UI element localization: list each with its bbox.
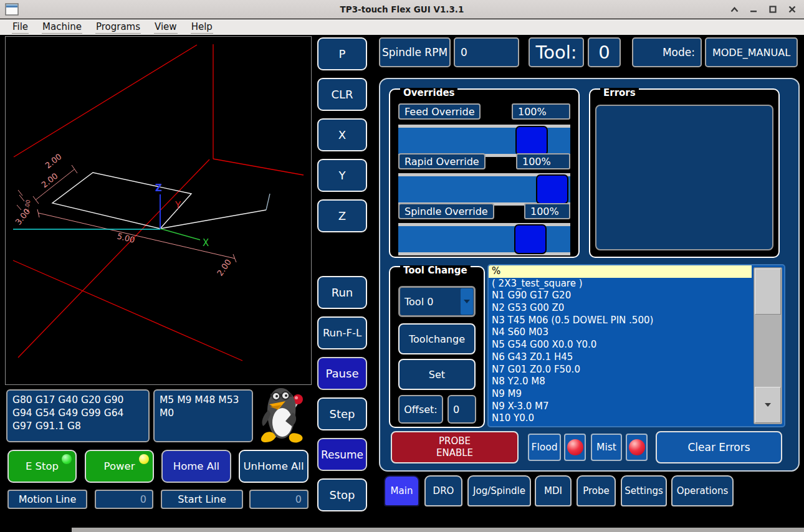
gcode-line[interactable]: N7 G01 Z0.0 F50.0 [489,364,752,376]
spindle-rpm-label-box: Spindle RPM [379,37,451,67]
stop-label: Stop [330,488,355,501]
tab-main[interactable]: Main [384,475,419,506]
gcode-line[interactable]: N4 S60 M03 [489,326,752,339]
tool-set-button[interactable]: Set [398,359,476,390]
gcode-line[interactable]: N9 M9 [489,388,752,401]
estop-button[interactable]: E Stop [7,450,77,483]
unhome-all-button[interactable]: UnHome All [239,450,309,483]
mist-button[interactable]: Mist [591,434,622,461]
maximize-window-icon[interactable] [766,2,780,16]
gcode-line[interactable]: N5 G54 G00 X0.0 Y0.0 [489,339,752,351]
rapid-override-label-box: Rapid Override [398,153,486,169]
jog-clr-button[interactable]: CLR [317,78,367,111]
spindle-rpm-value-box: 0 [454,37,519,67]
spindle-override-slider[interactable] [398,223,570,255]
spindle-override-slider-handle[interactable] [514,224,547,254]
motion-line-value-box: 0 [95,490,153,509]
toolpath-plot: 2.00 2.00 3.00 5.00 2.00 2.00 X Y Z [6,37,311,384]
jog-z-label: Z [338,209,346,222]
close-window-icon[interactable] [785,2,799,16]
mist-label: Mist [596,442,616,453]
clear-errors-button[interactable]: Clear Errors [656,431,782,463]
x-axis-label: X [203,237,209,249]
feed-override-slider[interactable] [398,125,570,157]
jog-p-button[interactable]: P [317,37,367,70]
tool-offset-value-box: 0 [447,395,476,424]
estop-label: E Stop [26,460,59,472]
minimize-window-icon[interactable] [747,2,760,16]
gcode-scrollbar[interactable] [754,267,782,424]
menu-item-help[interactable]: Help [191,21,213,34]
resume-button[interactable]: Resume [317,438,367,471]
run-from-line-button[interactable]: Run-F-L [317,316,367,349]
tab-operations[interactable]: Operations [671,475,734,506]
spindle-override-label-box: Spindle Override [398,203,494,219]
tab-operations-label: Operations [677,485,728,496]
flood-button[interactable]: Flood [528,434,561,461]
tab-dro-label: DRO [433,485,454,496]
jog-x-button[interactable]: X [317,118,367,151]
power-button[interactable]: Power [85,450,154,483]
gcode-status-line: G94 G54 G49 G99 G64 [12,407,123,420]
gcode-program-list[interactable]: % ( 2X3_test_square ) N1 G90 G17 G20 N2 … [487,264,785,427]
gcode-status-line: G80 G17 G40 G20 G90 [12,394,123,407]
tab-probe[interactable]: Probe [577,475,616,506]
tool-change-frame: Tool Change Tool 0 Toolchange Set Offset… [389,266,485,428]
gcode-line[interactable]: N3 T45 M06 (0.5 DOWEL PIN .500) [489,315,752,327]
gremlin-3d-preview[interactable]: 2.00 2.00 3.00 5.00 2.00 2.00 X Y Z [5,36,312,385]
menu-item-file[interactable]: File [12,21,29,34]
dim-label: 5.00 [116,231,136,245]
probe-enable-button[interactable]: PROBE ENABLE [391,431,519,463]
menu-item-view[interactable]: View [154,21,178,34]
pause-button[interactable]: Pause [317,357,367,390]
tool-value-box: 0 [588,37,621,67]
tool-offset-label: Offset: [404,404,437,416]
gcode-line[interactable]: N8 Y2.0 M8 [489,376,752,388]
tab-settings[interactable]: Settings [621,475,667,506]
jog-z-button[interactable]: Z [317,199,367,232]
title-bar[interactable]: TP3-touch Flex GUI V1.3.1 [0,0,804,19]
run-button[interactable]: Run [317,276,367,309]
gcode-scrollbar-thumb[interactable] [755,268,781,315]
tab-dro[interactable]: DRO [424,475,462,506]
window-resize-bar[interactable] [72,528,804,532]
feed-override-value: 100% [518,106,547,118]
jog-y-label: Y [339,169,346,182]
rapid-override-slider[interactable] [398,173,570,206]
menu-item-machine[interactable]: Machine [42,21,82,34]
gcode-line[interactable]: N10 Y0.0 [489,412,752,425]
y-axis-label: Y [175,200,181,211]
dropdown-arrow-strip[interactable] [461,288,473,315]
home-all-label: Home All [173,460,219,472]
x-axis-line [160,229,200,240]
home-all-button[interactable]: Home All [161,450,231,483]
gcode-line[interactable]: ( 2X3_test_square ) [489,278,752,290]
gcode-scrollbar-down-stepper[interactable] [755,387,781,423]
stop-button[interactable]: Stop [317,478,367,511]
mode-label: Mode: [663,46,695,59]
gcode-line-selected[interactable]: % [489,265,752,278]
tab-jog-spindle[interactable]: Jog/Spindle [467,475,531,506]
tool-select-dropdown[interactable]: Tool 0 [398,286,476,317]
shade-window-icon[interactable] [727,2,741,16]
machine-limit-lines [13,44,304,361]
z-axis-label: Z [155,183,162,194]
feed-override-slider-handle[interactable] [515,126,548,156]
gcode-status-line: G97 G91.1 G8 [12,420,81,433]
motion-line-label: Motion Line [19,493,77,505]
gcode-line[interactable]: N2 G53 G00 Z0 [489,302,752,315]
rapid-override-slider-handle[interactable] [536,174,568,204]
menu-item-programs[interactable]: Programs [95,21,141,34]
tab-mdi[interactable]: MDI [535,475,572,506]
gcode-line[interactable]: N6 G43 Z0.1 H45 [489,351,752,364]
toolchange-button[interactable]: Toolchange [398,323,476,354]
tab-probe-label: Probe [583,485,610,496]
flood-led-indicator [567,439,583,455]
tab-jog-spindle-label: Jog/Spindle [473,485,525,496]
step-button[interactable]: Step [317,397,367,430]
gcode-line[interactable]: N9 X-3.0 M7 [489,401,752,413]
gcode-line[interactable]: N11 M9 [489,425,752,427]
rapid-override-value-box: 100% [516,153,570,169]
gcode-line[interactable]: N1 G90 G17 G20 [489,290,752,302]
jog-y-button[interactable]: Y [317,159,367,192]
